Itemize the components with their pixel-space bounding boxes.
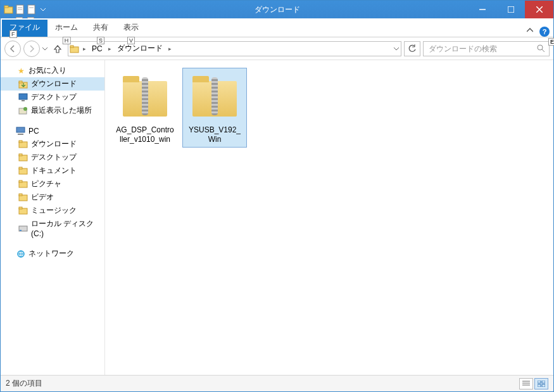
- forward-button[interactable]: [23, 41, 40, 57]
- pc-group: PC ダウンロード デスクトップ ドキュメント ピクチャ ビデオ ミュージック …: [1, 125, 104, 239]
- zip-folder-icon: [189, 71, 240, 122]
- qat-properties-icon[interactable]: 1: [15, 3, 26, 16]
- folder-icon: [18, 139, 28, 149]
- file-label: YSUSB_V192_Win: [186, 125, 244, 144]
- breadcrumb-downloads[interactable]: ダウンロード: [115, 42, 165, 56]
- svg-rect-8: [508, 6, 514, 13]
- file-list[interactable]: AG_DSP_Controller_v1010_win YSUSB_V192_W…: [105, 60, 553, 375]
- svg-rect-17: [19, 94, 27, 99]
- pc-icon: [16, 126, 26, 136]
- details-view-button[interactable]: [519, 378, 533, 389]
- chevron-right-icon[interactable]: ▸: [167, 46, 173, 52]
- file-item[interactable]: AG_DSP_Controller_v1010_win: [113, 68, 177, 148]
- address-dropdown-icon[interactable]: [393, 46, 400, 52]
- svg-rect-22: [18, 134, 23, 135]
- folder-icon: [18, 166, 28, 176]
- svg-rect-16: [19, 81, 22, 83]
- file-tab-key: F: [9, 30, 17, 38]
- sidebar-pc-pictures[interactable]: ピクチャ: [1, 177, 104, 191]
- svg-point-13: [538, 45, 543, 50]
- sidebar-item-label: デスクトップ: [31, 152, 77, 163]
- sidebar-item-label: ダウンロード: [31, 139, 77, 149]
- recent-dropdown-icon[interactable]: [42, 46, 47, 51]
- qat-app-icon[interactable]: [3, 3, 15, 16]
- sidebar-favorites-label: お気に入り: [28, 65, 66, 76]
- sidebar-pc-videos[interactable]: ビデオ: [1, 191, 104, 204]
- chevron-right-icon[interactable]: ▸: [106, 46, 113, 52]
- recent-icon: [18, 106, 28, 116]
- sidebar-item-label: ビデオ: [31, 192, 54, 203]
- svg-rect-5: [28, 5, 35, 14]
- tab-view[interactable]: 表示 V: [116, 20, 146, 37]
- svg-rect-21: [16, 127, 25, 132]
- download-folder-icon: [18, 79, 28, 89]
- ribbon-collapse-icon[interactable]: [527, 27, 536, 36]
- svg-rect-18: [22, 100, 25, 101]
- ribbon: ファイル F ホーム H 共有 S 表示 V ? E: [1, 18, 553, 37]
- search-icon[interactable]: [537, 44, 545, 53]
- sidebar-network[interactable]: ネットワーク: [1, 247, 104, 260]
- sidebar-recent[interactable]: 最近表示した場所: [1, 104, 104, 117]
- status-text: 2 個の項目: [6, 378, 42, 389]
- network-icon: [16, 249, 26, 259]
- svg-rect-32: [19, 194, 22, 196]
- sidebar-pc-localdisk[interactable]: ローカル ディスク (C:): [1, 217, 104, 239]
- sidebar-item-label: ピクチャ: [31, 179, 61, 189]
- tab-view-label: 表示: [123, 23, 139, 32]
- sidebar-pc-desktop[interactable]: デスクトップ: [1, 151, 104, 164]
- svg-rect-30: [19, 180, 22, 182]
- sidebar-item-label: 最近表示した場所: [31, 105, 92, 116]
- maximize-button[interactable]: [496, 1, 525, 18]
- tab-home[interactable]: ホーム H: [47, 20, 85, 37]
- sidebar-item-label: ドキュメント: [31, 165, 77, 176]
- sidebar-pc-music[interactable]: ミュージック: [1, 204, 104, 217]
- folder-icon: [18, 206, 28, 216]
- sidebar-pc[interactable]: PC: [1, 125, 104, 137]
- sidebar-downloads[interactable]: ダウンロード: [1, 77, 104, 91]
- sidebar-item-label: デスクトップ: [31, 92, 77, 103]
- sidebar-item-label: ダウンロード: [31, 79, 77, 89]
- close-button[interactable]: [525, 1, 553, 18]
- svg-rect-43: [542, 381, 545, 383]
- icons-view-button[interactable]: [534, 378, 548, 389]
- title-bar: 1 2 ダウンロード: [1, 1, 553, 18]
- chevron-right-icon[interactable]: ▸: [81, 46, 88, 52]
- svg-rect-24: [19, 141, 22, 142]
- star-icon: ★: [16, 66, 26, 76]
- svg-rect-34: [19, 207, 22, 209]
- search-box[interactable]: [423, 41, 550, 56]
- tab-view-key: V: [127, 37, 135, 44]
- sidebar-network-label: ネットワーク: [28, 248, 74, 259]
- file-tab[interactable]: ファイル F: [2, 20, 47, 37]
- file-label: AG_DSP_Controller_v1010_win: [116, 125, 174, 144]
- svg-rect-45: [542, 384, 545, 387]
- sidebar-pc-label: PC: [28, 127, 39, 136]
- refresh-button[interactable]: [404, 41, 420, 56]
- folder-icon: [18, 153, 28, 163]
- svg-point-20: [23, 107, 27, 111]
- status-bar: 2 個の項目: [1, 375, 553, 391]
- tab-share[interactable]: 共有 S: [85, 20, 116, 37]
- sidebar-item-label: ミュージック: [31, 205, 77, 216]
- tab-home-key: H: [63, 37, 71, 44]
- search-input[interactable]: [427, 44, 537, 54]
- file-item[interactable]: YSUSB_V192_Win: [182, 68, 247, 148]
- qat-newfolder-icon[interactable]: 2: [26, 3, 37, 16]
- sidebar-pc-documents[interactable]: ドキュメント: [1, 164, 104, 177]
- address-folder-icon: [70, 44, 80, 54]
- sidebar-item-label: ローカル ディスク (C:): [31, 218, 102, 238]
- tab-share-key: S: [97, 37, 104, 44]
- help-icon[interactable]: ? E: [539, 27, 550, 37]
- sidebar-pc-downloads[interactable]: ダウンロード: [1, 137, 104, 151]
- back-button[interactable]: [4, 41, 21, 57]
- svg-rect-12: [70, 46, 73, 47]
- svg-line-14: [542, 49, 545, 52]
- svg-rect-28: [19, 167, 22, 169]
- svg-rect-44: [538, 384, 541, 387]
- sidebar-favorites[interactable]: ★ お気に入り: [1, 64, 104, 77]
- qat-dropdown-icon[interactable]: [37, 3, 49, 16]
- sidebar-desktop[interactable]: デスクトップ: [1, 91, 104, 104]
- help-key: E: [548, 38, 554, 46]
- address-bar[interactable]: ▸ PC ▸ ダウンロード ▸: [68, 41, 401, 56]
- minimize-button[interactable]: [468, 1, 496, 18]
